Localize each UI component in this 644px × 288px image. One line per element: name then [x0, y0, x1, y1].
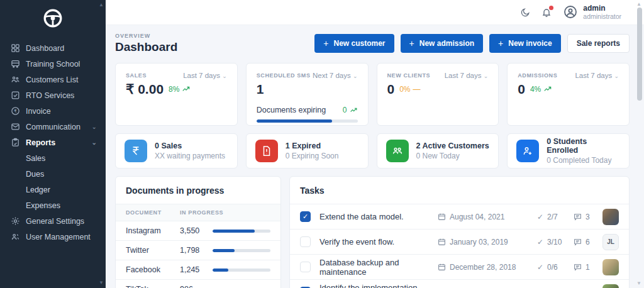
sidebar-item-dashboard[interactable]: Dashboard — [0, 40, 106, 56]
sidebar-item-label: Reports — [26, 138, 55, 147]
sidebar-subitem-dues[interactable]: Dues — [0, 166, 106, 182]
scroll-down-arrow[interactable]: ▼ — [636, 281, 641, 286]
document-value: 3,550 — [180, 226, 213, 235]
chevron-down-icon: ⌄ — [484, 73, 489, 79]
info-card-expired: 1 Expired 0 Expiring Soon — [246, 133, 369, 169]
notification-dot — [549, 6, 553, 10]
sidebar-item-invoice[interactable]: ₹ Invoice — [0, 103, 106, 119]
dashboard-icon — [11, 43, 20, 53]
calendar-icon — [438, 263, 446, 271]
breadcrumb: OVERVIEW — [115, 33, 177, 39]
page-content: OVERVIEW Dashboard +New customer +New ad… — [106, 25, 644, 288]
scroll-up-arrow[interactable]: ▲ — [636, 2, 641, 7]
customers-icon — [386, 140, 409, 162]
table-row[interactable]: Instagram 3,550 — [116, 221, 280, 241]
table-row[interactable]: TikTok 986 — [116, 280, 280, 288]
sidebar-item-communication[interactable]: Communication ⌄ — [0, 119, 106, 135]
avatar[interactable] — [602, 259, 619, 275]
task-row: ✓ Identify the implementation team. Nove… — [290, 280, 629, 288]
period-dropdown[interactable]: Next 7 days ⌄ — [313, 72, 357, 79]
new-invoice-button[interactable]: +New invoice — [489, 34, 561, 53]
period-dropdown[interactable]: Last 7 days ⌄ — [445, 72, 489, 79]
sidebar-item-general-settings[interactable]: General Settings — [0, 213, 106, 229]
sidebar-item-rto-services[interactable]: RTO Services — [0, 87, 106, 103]
sidebar-item-label: Invoice — [26, 107, 51, 116]
subitem-label: Expenses — [26, 201, 60, 210]
column-header-document: Document — [126, 209, 180, 216]
sidebar-item-label: Training School — [26, 60, 80, 69]
stat-card-sales: SALES Last 7 days ⌄ ₹ 0.00 8% — [115, 63, 238, 126]
stat-card-scheduled-sms: SCHEDULED SMS Next 7 days ⌄ 1 Documents … — [246, 63, 369, 126]
check-icon: ✓ — [537, 213, 543, 221]
sidebar-subitem-ledger[interactable]: Ledger — [0, 182, 106, 197]
document-progressbar — [213, 269, 270, 272]
stat-label: SALES — [126, 72, 147, 79]
bus-icon — [11, 59, 20, 69]
task-checkbox[interactable]: ✓ — [300, 262, 311, 272]
svg-text:₹: ₹ — [14, 109, 17, 113]
stat-delta: 8% — [169, 85, 191, 94]
user-menu[interactable]: admin administrator — [563, 4, 621, 21]
header-actions: +New customer +New admission +New invoic… — [314, 34, 630, 53]
sidebar-subitem-sales[interactable]: Sales — [0, 150, 106, 166]
chevron-down-icon: ⌄ — [614, 73, 619, 79]
documents-expiring-progressbar — [257, 119, 358, 123]
comment-icon — [574, 238, 582, 246]
sidebar-item-label: User Management — [26, 233, 91, 241]
task-row: ✓ Database backup and maintenance Decemb… — [290, 255, 629, 280]
sidebar-item-training-school[interactable]: Training School — [0, 56, 106, 72]
plus-icon: + — [498, 38, 503, 48]
task-checkbox[interactable]: ✓ — [300, 236, 311, 247]
sidebar-scroll-up-arrow[interactable]: ▲ — [99, 3, 104, 8]
table-row[interactable]: Twitter 1,798 — [116, 241, 280, 260]
sidebar-item-user-management[interactable]: User Management — [0, 229, 106, 245]
scrollbar-thumb[interactable] — [637, 8, 642, 101]
bottom-panels: Documents in progress Document In progre… — [115, 176, 630, 288]
checklist-icon — [11, 91, 20, 100]
app-logo[interactable] — [0, 5, 106, 40]
document-name: Instagram — [126, 226, 180, 235]
period-dropdown[interactable]: Last 7 days ⌄ — [183, 72, 227, 79]
document-progressbar — [213, 230, 270, 233]
stat-card-new-clients: NEW CLIENTS Last 7 days ⌄ 0 0%— — [377, 63, 499, 126]
task-comments-count: 3 — [574, 213, 592, 221]
sidebar-item-reports[interactable]: Reports ⌄ — [0, 135, 106, 150]
avatar[interactable] — [602, 284, 619, 288]
task-comments-count: 1 — [574, 263, 592, 272]
gear-icon — [11, 216, 20, 226]
sidebar-scroll-down-arrow[interactable]: ▼ — [99, 280, 104, 285]
topbar: admin administrator — [106, 0, 644, 25]
dark-mode-toggle[interactable] — [520, 8, 530, 18]
info-card-active-customers: 2 Active Customers 0 New Today — [377, 133, 499, 169]
chevron-down-icon: ⌄ — [92, 139, 97, 146]
document-name: Twitter — [126, 246, 180, 255]
avatar[interactable]: JL — [602, 234, 619, 250]
panel-title: Documents in progress — [116, 177, 280, 204]
sale-reports-button[interactable]: Sale reports — [567, 34, 630, 53]
documents-expiring-value: 0 — [343, 106, 358, 114]
task-checkbox[interactable]: ✓ — [300, 211, 311, 222]
task-row: ✓ Extend the data model. August 04, 2021… — [290, 204, 629, 230]
period-dropdown[interactable]: Last 7 days ⌄ — [575, 72, 619, 79]
sidebar-item-label: RTO Services — [26, 91, 74, 100]
sidebar-subitem-expenses[interactable]: Expenses — [0, 197, 106, 213]
new-admission-button[interactable]: +New admission — [401, 34, 484, 53]
stat-cards-row: SALES Last 7 days ⌄ ₹ 0.00 8% SCHEDULED … — [115, 63, 630, 126]
clipboard-icon — [11, 138, 20, 147]
avatar-icon — [563, 4, 578, 19]
subitem-label: Sales — [26, 154, 45, 163]
table-row[interactable]: Facebook 1,245 — [116, 260, 280, 280]
task-title: Database backup and maintenance — [319, 258, 438, 277]
sidebar-item-customers-list[interactable]: Customers List — [0, 72, 106, 87]
info-cards-row: 0 Sales XX waiting payments 1 Expired 0 … — [115, 133, 630, 169]
info-card-line1: 0 Sales — [155, 141, 225, 150]
task-title: Verify the event flow. — [319, 237, 394, 246]
trend-up-icon — [182, 85, 191, 94]
notifications-button[interactable] — [541, 8, 552, 18]
page-scrollbar[interactable]: ▲ ▼ — [635, 0, 644, 288]
documents-in-progress-panel: Documents in progress Document In progre… — [115, 176, 281, 288]
avatar[interactable] — [602, 209, 619, 225]
trend-up-icon — [543, 85, 552, 94]
new-customer-button[interactable]: +New customer — [314, 34, 394, 53]
task-due-date: August 04, 2021 — [438, 213, 527, 221]
